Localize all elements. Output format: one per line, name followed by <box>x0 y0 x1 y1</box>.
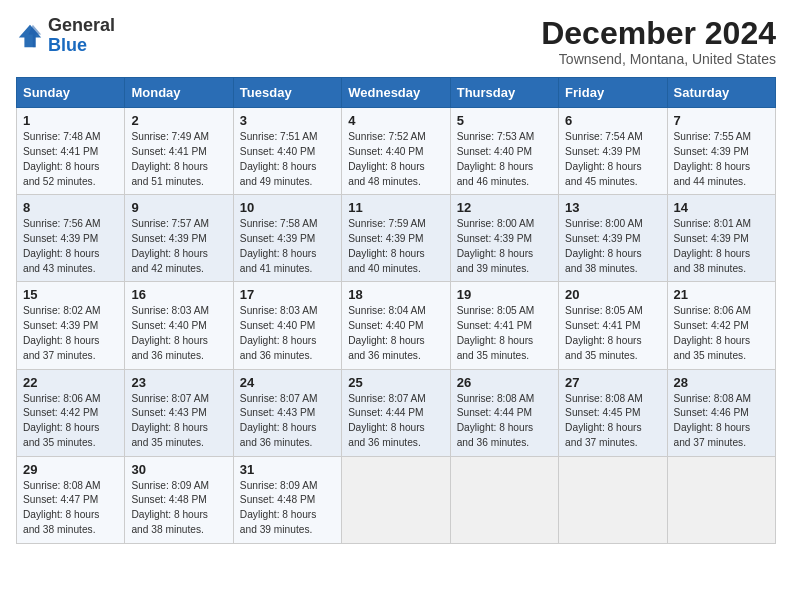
calendar-week-row: 1Sunrise: 7:48 AMSunset: 4:41 PMDaylight… <box>17 108 776 195</box>
day-detail: Sunrise: 7:55 AMSunset: 4:39 PMDaylight:… <box>674 130 769 189</box>
calendar-day-cell: 30Sunrise: 8:09 AMSunset: 4:48 PMDayligh… <box>125 456 233 543</box>
day-number: 24 <box>240 375 335 390</box>
weekday-header: Friday <box>559 78 667 108</box>
day-number: 7 <box>674 113 769 128</box>
calendar-week-row: 15Sunrise: 8:02 AMSunset: 4:39 PMDayligh… <box>17 282 776 369</box>
day-number: 13 <box>565 200 660 215</box>
calendar-day-cell: 13Sunrise: 8:00 AMSunset: 4:39 PMDayligh… <box>559 195 667 282</box>
day-number: 18 <box>348 287 443 302</box>
day-detail: Sunrise: 8:08 AMSunset: 4:46 PMDaylight:… <box>674 392 769 451</box>
weekday-header: Saturday <box>667 78 775 108</box>
day-detail: Sunrise: 8:05 AMSunset: 4:41 PMDaylight:… <box>565 304 660 363</box>
day-detail: Sunrise: 8:06 AMSunset: 4:42 PMDaylight:… <box>674 304 769 363</box>
day-number: 2 <box>131 113 226 128</box>
day-number: 19 <box>457 287 552 302</box>
weekday-header: Monday <box>125 78 233 108</box>
calendar-day-cell: 24Sunrise: 8:07 AMSunset: 4:43 PMDayligh… <box>233 369 341 456</box>
day-detail: Sunrise: 8:01 AMSunset: 4:39 PMDaylight:… <box>674 217 769 276</box>
calendar-day-cell: 15Sunrise: 8:02 AMSunset: 4:39 PMDayligh… <box>17 282 125 369</box>
day-number: 11 <box>348 200 443 215</box>
calendar-day-cell: 19Sunrise: 8:05 AMSunset: 4:41 PMDayligh… <box>450 282 558 369</box>
day-detail: Sunrise: 8:08 AMSunset: 4:47 PMDaylight:… <box>23 479 118 538</box>
day-detail: Sunrise: 7:59 AMSunset: 4:39 PMDaylight:… <box>348 217 443 276</box>
day-detail: Sunrise: 8:07 AMSunset: 4:44 PMDaylight:… <box>348 392 443 451</box>
calendar-day-cell: 25Sunrise: 8:07 AMSunset: 4:44 PMDayligh… <box>342 369 450 456</box>
calendar-day-cell: 3Sunrise: 7:51 AMSunset: 4:40 PMDaylight… <box>233 108 341 195</box>
calendar-day-cell: 27Sunrise: 8:08 AMSunset: 4:45 PMDayligh… <box>559 369 667 456</box>
day-number: 27 <box>565 375 660 390</box>
day-detail: Sunrise: 7:58 AMSunset: 4:39 PMDaylight:… <box>240 217 335 276</box>
day-detail: Sunrise: 8:04 AMSunset: 4:40 PMDaylight:… <box>348 304 443 363</box>
day-number: 25 <box>348 375 443 390</box>
calendar-day-cell <box>342 456 450 543</box>
day-detail: Sunrise: 7:51 AMSunset: 4:40 PMDaylight:… <box>240 130 335 189</box>
calendar-subtitle: Townsend, Montana, United States <box>541 51 776 67</box>
day-number: 16 <box>131 287 226 302</box>
calendar-day-cell: 9Sunrise: 7:57 AMSunset: 4:39 PMDaylight… <box>125 195 233 282</box>
calendar-day-cell <box>667 456 775 543</box>
day-detail: Sunrise: 8:07 AMSunset: 4:43 PMDaylight:… <box>240 392 335 451</box>
day-number: 20 <box>565 287 660 302</box>
calendar-day-cell: 6Sunrise: 7:54 AMSunset: 4:39 PMDaylight… <box>559 108 667 195</box>
day-number: 30 <box>131 462 226 477</box>
calendar-day-cell: 14Sunrise: 8:01 AMSunset: 4:39 PMDayligh… <box>667 195 775 282</box>
calendar-day-cell: 20Sunrise: 8:05 AMSunset: 4:41 PMDayligh… <box>559 282 667 369</box>
day-detail: Sunrise: 8:05 AMSunset: 4:41 PMDaylight:… <box>457 304 552 363</box>
calendar-day-cell: 31Sunrise: 8:09 AMSunset: 4:48 PMDayligh… <box>233 456 341 543</box>
calendar-week-row: 8Sunrise: 7:56 AMSunset: 4:39 PMDaylight… <box>17 195 776 282</box>
calendar-day-cell: 12Sunrise: 8:00 AMSunset: 4:39 PMDayligh… <box>450 195 558 282</box>
calendar-day-cell: 21Sunrise: 8:06 AMSunset: 4:42 PMDayligh… <box>667 282 775 369</box>
day-detail: Sunrise: 7:56 AMSunset: 4:39 PMDaylight:… <box>23 217 118 276</box>
logo-icon <box>16 22 44 50</box>
day-number: 3 <box>240 113 335 128</box>
logo-blue: Blue <box>48 35 87 55</box>
day-detail: Sunrise: 8:09 AMSunset: 4:48 PMDaylight:… <box>131 479 226 538</box>
day-number: 17 <box>240 287 335 302</box>
day-number: 26 <box>457 375 552 390</box>
calendar-day-cell: 2Sunrise: 7:49 AMSunset: 4:41 PMDaylight… <box>125 108 233 195</box>
day-detail: Sunrise: 8:00 AMSunset: 4:39 PMDaylight:… <box>457 217 552 276</box>
calendar-day-cell: 28Sunrise: 8:08 AMSunset: 4:46 PMDayligh… <box>667 369 775 456</box>
day-number: 22 <box>23 375 118 390</box>
day-number: 31 <box>240 462 335 477</box>
calendar-table: SundayMondayTuesdayWednesdayThursdayFrid… <box>16 77 776 544</box>
day-number: 8 <box>23 200 118 215</box>
calendar-day-cell: 4Sunrise: 7:52 AMSunset: 4:40 PMDaylight… <box>342 108 450 195</box>
calendar-day-cell: 7Sunrise: 7:55 AMSunset: 4:39 PMDaylight… <box>667 108 775 195</box>
day-number: 28 <box>674 375 769 390</box>
calendar-day-cell: 8Sunrise: 7:56 AMSunset: 4:39 PMDaylight… <box>17 195 125 282</box>
day-number: 14 <box>674 200 769 215</box>
day-detail: Sunrise: 7:52 AMSunset: 4:40 PMDaylight:… <box>348 130 443 189</box>
calendar-day-cell: 17Sunrise: 8:03 AMSunset: 4:40 PMDayligh… <box>233 282 341 369</box>
day-number: 23 <box>131 375 226 390</box>
calendar-day-cell: 23Sunrise: 8:07 AMSunset: 4:43 PMDayligh… <box>125 369 233 456</box>
calendar-day-cell: 16Sunrise: 8:03 AMSunset: 4:40 PMDayligh… <box>125 282 233 369</box>
calendar-title: December 2024 <box>541 16 776 51</box>
day-detail: Sunrise: 8:02 AMSunset: 4:39 PMDaylight:… <box>23 304 118 363</box>
weekday-header: Wednesday <box>342 78 450 108</box>
day-number: 21 <box>674 287 769 302</box>
day-number: 6 <box>565 113 660 128</box>
calendar-week-row: 29Sunrise: 8:08 AMSunset: 4:47 PMDayligh… <box>17 456 776 543</box>
day-detail: Sunrise: 8:00 AMSunset: 4:39 PMDaylight:… <box>565 217 660 276</box>
day-detail: Sunrise: 8:03 AMSunset: 4:40 PMDaylight:… <box>131 304 226 363</box>
calendar-day-cell: 5Sunrise: 7:53 AMSunset: 4:40 PMDaylight… <box>450 108 558 195</box>
day-detail: Sunrise: 8:07 AMSunset: 4:43 PMDaylight:… <box>131 392 226 451</box>
calendar-day-cell <box>450 456 558 543</box>
weekday-header: Thursday <box>450 78 558 108</box>
logo: General Blue <box>16 16 115 56</box>
title-area: December 2024 Townsend, Montana, United … <box>541 16 776 67</box>
day-detail: Sunrise: 7:49 AMSunset: 4:41 PMDaylight:… <box>131 130 226 189</box>
svg-marker-0 <box>19 25 41 47</box>
day-number: 29 <box>23 462 118 477</box>
weekday-header: Sunday <box>17 78 125 108</box>
calendar-day-cell <box>559 456 667 543</box>
day-detail: Sunrise: 8:08 AMSunset: 4:44 PMDaylight:… <box>457 392 552 451</box>
header: General Blue December 2024 Townsend, Mon… <box>16 16 776 67</box>
day-number: 1 <box>23 113 118 128</box>
calendar-day-cell: 11Sunrise: 7:59 AMSunset: 4:39 PMDayligh… <box>342 195 450 282</box>
day-detail: Sunrise: 7:54 AMSunset: 4:39 PMDaylight:… <box>565 130 660 189</box>
calendar-week-row: 22Sunrise: 8:06 AMSunset: 4:42 PMDayligh… <box>17 369 776 456</box>
calendar-header-row: SundayMondayTuesdayWednesdayThursdayFrid… <box>17 78 776 108</box>
day-number: 4 <box>348 113 443 128</box>
